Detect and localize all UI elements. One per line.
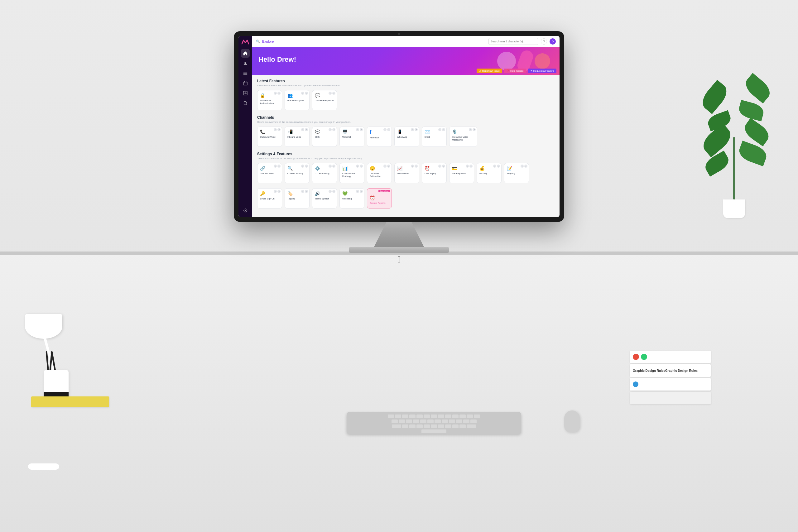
link-badge: ↗: [360, 128, 363, 131]
card-single-sign-on[interactable]: i↗ 🔑 Single Sign On: [257, 188, 282, 209]
card-data-expiry[interactable]: i↗ ⏰ Data Expiry: [422, 163, 447, 183]
card-cti-formatting[interactable]: i↗ ⚙️ CTI Formatting: [312, 163, 337, 183]
sidebar-item-calendar[interactable]: [241, 79, 250, 88]
link-badge: ↗: [524, 165, 528, 168]
sidebar-item-home[interactable]: [241, 49, 250, 58]
key: [392, 424, 401, 428]
card-label: Custom Reports: [370, 202, 389, 205]
card-customer-satisfaction[interactable]: i↗ 😊 Customer Satisfaction: [367, 163, 392, 183]
card-channel-hubs[interactable]: i↗ 🔗 Channel Hubs: [257, 163, 282, 183]
sidebar-item-contacts[interactable]: [241, 59, 250, 68]
sidebar-item-reports[interactable]: [241, 89, 250, 98]
link-badge: ↗: [305, 128, 308, 131]
card-content-filtering[interactable]: i↗ 🔍 Content Filtering: [285, 163, 309, 183]
card-facebook[interactable]: i↗ f Facebook: [367, 127, 392, 147]
card-bulk-user-upload[interactable]: i↗ 👥 Bulk User Upload: [285, 90, 309, 110]
info-badge: i: [328, 92, 332, 95]
info-badge: i: [466, 165, 469, 168]
key: [402, 424, 408, 428]
hero-banner: Hello Drew! ⚠ Report: [252, 47, 559, 75]
card-custom-data-fetching[interactable]: i↗ 📊 Custom Data Fetching: [340, 163, 364, 183]
sidebar-item-interactions[interactable]: [241, 69, 250, 78]
card-canned-responses[interactable]: i↗ 💬 Canned Responses: [312, 90, 337, 110]
monitor-stand: [368, 222, 430, 247]
key: [395, 415, 401, 418]
monitor: 🔍 Explore ? D Hello Drew!: [228, 31, 570, 266]
user-avatar[interactable]: D: [550, 38, 556, 44]
card-interactive-voice-messaging[interactable]: i↗ 🎙️ Interactive Voice Messaging: [449, 127, 477, 147]
info-badge: i: [356, 165, 359, 168]
channels-title: Channels: [257, 115, 554, 120]
info-badge: i: [383, 128, 386, 131]
help-circle-icon: ❓: [506, 70, 509, 72]
latest-features-title: Latest Features: [257, 79, 554, 83]
card-maxpay[interactable]: i↗ 💰 MaxPay: [477, 163, 501, 183]
sidebar: [239, 36, 252, 217]
card-tagging[interactable]: i↗ 🏷️ Tagging: [285, 188, 309, 209]
hero-buttons: ⚠ Report an Issue ❓ Help Centre ✦ Reques…: [477, 69, 556, 73]
link-badge: ↗: [360, 165, 363, 168]
key: [445, 415, 451, 418]
key: [438, 424, 444, 428]
card-label: Multi Factor Authentication: [260, 99, 279, 105]
monitor-screen[interactable]: 🔍 Explore ? D Hello Drew!: [239, 36, 559, 217]
link-badge: ↗: [332, 128, 336, 131]
card-text-to-speech[interactable]: i↗ 🔊 Text to Speech: [312, 188, 337, 209]
card-webchat[interactable]: i↗ 🖥️ Webchat: [340, 127, 364, 147]
key: [452, 415, 458, 418]
card-whatsapp[interactable]: i↗ 📱 WhatsApp: [394, 127, 419, 147]
card-label: Customer Satisfaction: [370, 172, 389, 178]
card-inbound-voice[interactable]: i↗ 📲 Inbound Voice: [285, 127, 309, 147]
info-badge: i: [301, 165, 304, 168]
explore-label: Explore: [262, 40, 274, 43]
lamp-base: [28, 463, 59, 470]
link-badge: ↗: [278, 92, 281, 95]
card-label: Inbound Voice: [287, 136, 307, 138]
search-input[interactable]: [489, 38, 538, 45]
link-badge: ↗: [387, 128, 390, 131]
key: [409, 424, 416, 428]
card-label: Webchat: [342, 136, 362, 138]
card-label: SMS: [315, 136, 334, 138]
report-issue-button[interactable]: ⚠ Report an Issue: [477, 69, 502, 73]
content-area: Latest Features Learn more about the lat…: [252, 75, 559, 217]
card-label: Dashboards: [397, 172, 416, 175]
link-badge: ↗: [332, 165, 336, 168]
link-badge: ↗: [442, 165, 445, 168]
key: [438, 415, 444, 418]
settings-features-grid-2: i↗ 🔑 Single Sign On i↗ 🏷️ Tagging: [257, 188, 554, 209]
card-outbound-voice[interactable]: i↗ 📞 Outbound Voice: [257, 127, 282, 147]
card-label: Facebook: [370, 136, 389, 139]
card-coming-soon[interactable]: Coming Soon ⏰ Custom Reports: [367, 188, 392, 209]
request-feature-button[interactable]: ✦ Request a Feature: [528, 69, 556, 73]
card-sms[interactable]: i↗ 💬 SMS: [312, 127, 337, 147]
settings-features-section: Settings & Features Take a look at some …: [257, 152, 554, 209]
info-badge: i: [274, 190, 277, 193]
card-icon: ⏰: [370, 195, 389, 201]
info-badge: i: [469, 128, 472, 131]
card-ivr-payments[interactable]: i↗ 💳 IVR Payments: [449, 163, 474, 183]
key: [406, 419, 412, 423]
card-label: Channel Hubs: [260, 172, 279, 175]
sidebar-item-settings[interactable]: [241, 206, 250, 215]
help-icon[interactable]: ?: [541, 38, 547, 44]
sidebar-logo: [241, 38, 250, 45]
link-badge: ↗: [305, 92, 308, 95]
card-dashboards[interactable]: i↗ 📈 Dashboards: [394, 163, 419, 183]
link-badge: ↗: [415, 165, 418, 168]
card-wellbeing[interactable]: i↗ 💚 Wellbeing: [340, 188, 364, 209]
key: [420, 419, 426, 423]
keyboard[interactable]: [347, 412, 521, 434]
mouse[interactable]: [564, 411, 580, 432]
info-badge: i: [301, 190, 304, 193]
card-scripting[interactable]: i↗ 📝 Scripting: [504, 163, 529, 183]
link-badge: ↗: [497, 165, 500, 168]
card-multi-factor-auth[interactable]: i↗ 🔒 Multi Factor Authentication: [257, 90, 282, 110]
key: [416, 415, 423, 418]
link-badge: ↗: [278, 190, 281, 193]
help-centre-button[interactable]: ❓ Help Centre: [504, 69, 526, 73]
sidebar-item-files[interactable]: [241, 99, 250, 108]
info-badge: i: [274, 165, 277, 168]
info-badge: i: [328, 190, 332, 193]
card-email[interactable]: i↗ ✉️ Email: [422, 127, 447, 147]
